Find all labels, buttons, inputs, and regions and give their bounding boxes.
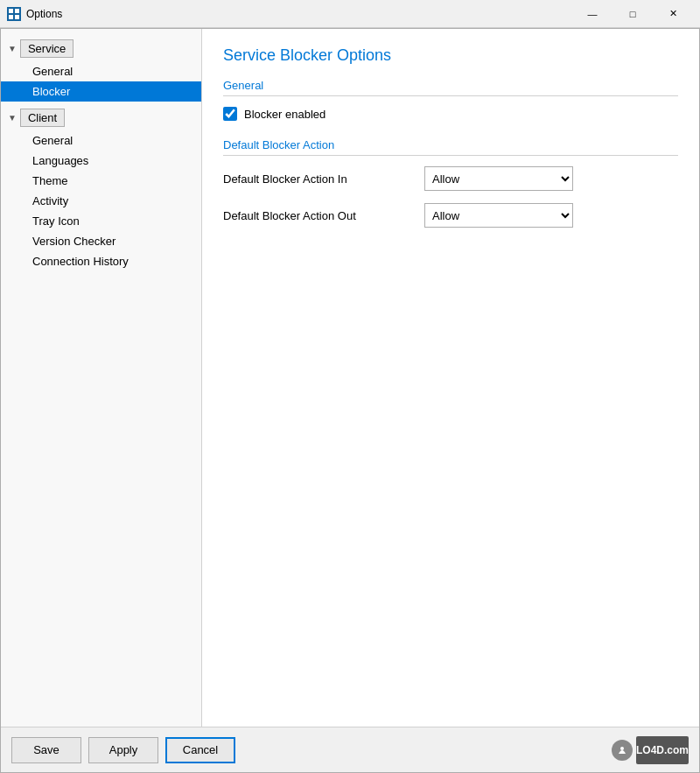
- client-section-label: Client: [20, 109, 65, 127]
- footer-logo: LO4D.com: [612, 736, 689, 764]
- sidebar: ▼ Service General Blocker ▼ Client Gener…: [1, 29, 202, 727]
- cancel-button[interactable]: Cancel: [165, 737, 235, 763]
- sidebar-item-client-general[interactable]: General: [1, 130, 201, 151]
- footer: Save Apply Cancel LO4D.com: [1, 727, 699, 772]
- svg-rect-2: [15, 9, 19, 13]
- logo-text: LO4D.com: [636, 736, 689, 764]
- blocker-action-section-label: Default Blocker Action: [223, 138, 678, 151]
- action-out-row: Default Blocker Action Out Allow Block: [223, 203, 678, 228]
- svg-rect-3: [9, 15, 13, 19]
- close-button[interactable]: ✕: [653, 0, 693, 28]
- service-arrow-icon: ▼: [8, 44, 17, 53]
- content-area: Service Blocker Options General Blocker …: [202, 29, 699, 727]
- app-icon: [7, 7, 21, 21]
- sidebar-item-connection-history[interactable]: Connection History: [1, 251, 201, 271]
- main-window: ▼ Service General Blocker ▼ Client Gener…: [0, 28, 700, 773]
- window-title: Options: [26, 8, 572, 20]
- maximize-button[interactable]: □: [612, 0, 653, 28]
- action-out-select[interactable]: Allow Block: [424, 203, 573, 228]
- sidebar-section-service[interactable]: ▼ Service: [1, 36, 201, 61]
- window-controls: — □ ✕: [572, 0, 693, 28]
- action-in-row: Default Blocker Action In Allow Block: [223, 166, 678, 191]
- sidebar-item-tray-icon[interactable]: Tray Icon: [1, 211, 201, 231]
- sidebar-item-activity[interactable]: Activity: [1, 191, 201, 211]
- sidebar-item-version-checker[interactable]: Version Checker: [1, 231, 201, 251]
- blocker-enabled-checkbox[interactable]: [223, 107, 237, 121]
- client-arrow-icon: ▼: [8, 113, 17, 123]
- sidebar-item-theme[interactable]: Theme: [1, 171, 201, 191]
- svg-point-6: [620, 747, 624, 750]
- title-bar: Options — □ ✕: [0, 0, 700, 28]
- save-button[interactable]: Save: [11, 737, 81, 763]
- sidebar-item-service-general[interactable]: General: [1, 61, 201, 81]
- action-in-label: Default Blocker Action In: [223, 172, 424, 186]
- blocker-enabled-row: Blocker enabled: [223, 107, 678, 121]
- sidebar-item-blocker[interactable]: Blocker: [1, 81, 201, 102]
- blocker-enabled-label[interactable]: Blocker enabled: [244, 108, 326, 121]
- logo-icon: [612, 740, 633, 761]
- minimize-button[interactable]: —: [572, 0, 612, 28]
- svg-rect-1: [9, 9, 13, 13]
- sidebar-item-languages[interactable]: Languages: [1, 151, 201, 171]
- window-body: ▼ Service General Blocker ▼ Client Gener…: [1, 29, 699, 727]
- svg-rect-4: [15, 15, 19, 19]
- sidebar-section-client[interactable]: ▼ Client: [1, 105, 201, 130]
- general-divider: [223, 95, 678, 96]
- action-out-label: Default Blocker Action Out: [223, 209, 424, 222]
- service-section-label: Service: [20, 39, 74, 58]
- blocker-action-divider: [223, 155, 678, 156]
- apply-button[interactable]: Apply: [88, 737, 158, 763]
- general-section-label: General: [223, 79, 678, 92]
- action-in-select[interactable]: Allow Block: [424, 166, 573, 191]
- content-title: Service Blocker Options: [223, 46, 678, 65]
